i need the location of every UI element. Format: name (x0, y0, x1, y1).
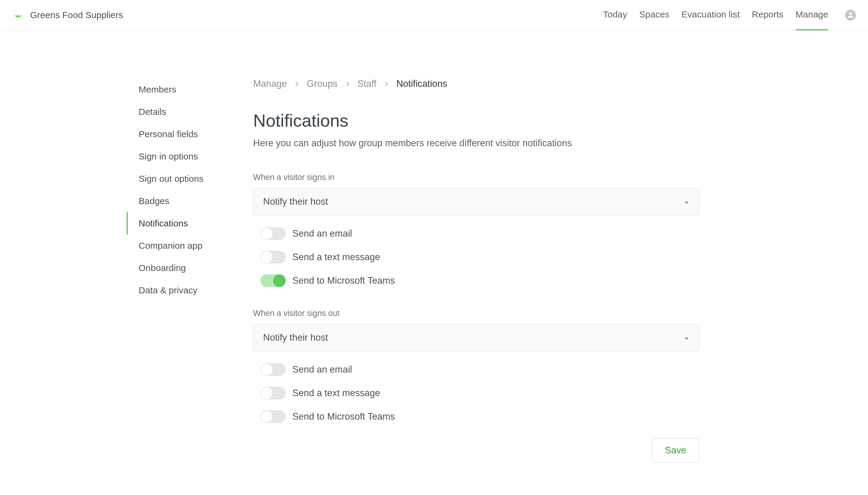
sidebar-item-details[interactable]: Details (126, 101, 235, 123)
nav-manage[interactable]: Manage (796, 0, 828, 31)
save-button[interactable]: Save (652, 438, 699, 463)
avatar[interactable] (845, 10, 856, 20)
svg-point-0 (849, 12, 852, 15)
nav-reports[interactable]: Reports (752, 0, 784, 31)
chevron-right-icon (294, 81, 299, 86)
nav-today[interactable]: Today (603, 0, 627, 31)
breadcrumb: Manage Groups Staff Notifications (253, 79, 699, 89)
crumb-staff[interactable]: Staff (358, 79, 377, 89)
toggle-sign-out-teams[interactable] (260, 410, 286, 423)
caret-down-icon (684, 333, 689, 342)
crumb-groups[interactable]: Groups (307, 79, 337, 89)
sidebar-item-onboarding[interactable]: Onboarding (126, 257, 235, 279)
main: Members Details Personal fields Sign in … (0, 30, 868, 463)
sidebar-item-members[interactable]: Members (126, 79, 235, 101)
logo-icon (12, 11, 24, 20)
toggle-row-sign-out-text: Send a text message (253, 387, 699, 399)
toggle-row-sign-in-email: Send an email (253, 227, 699, 240)
save-row: Save (253, 438, 699, 463)
crumb-manage[interactable]: Manage (253, 79, 287, 89)
nav-evacuation[interactable]: Evacuation list (681, 0, 740, 31)
sidebar-item-sign-out-options[interactable]: Sign out options (126, 168, 235, 190)
company-name: Greens Food Suppliers (30, 10, 123, 20)
select-value: Notify their host (263, 196, 328, 207)
select-sign-out-notify[interactable]: Notify their host (253, 324, 699, 351)
caret-down-icon (684, 197, 689, 206)
toggle-row-sign-out-teams: Send to Microsoft Teams (253, 410, 699, 423)
sidebar-item-companion-app[interactable]: Companion app (126, 235, 235, 257)
toggle-sign-in-email[interactable] (260, 227, 286, 240)
crumb-notifications: Notifications (396, 79, 447, 89)
select-value: Notify their host (263, 332, 328, 343)
section-label-sign-in: When a visitor signs in (253, 173, 699, 182)
toggle-label: Send an email (292, 364, 352, 375)
sidebar-item-personal-fields[interactable]: Personal fields (126, 123, 235, 145)
chevron-right-icon (345, 81, 350, 86)
toggle-sign-out-email[interactable] (260, 363, 286, 376)
toggle-row-sign-out-email: Send an email (253, 363, 699, 376)
toggle-label: Send a text message (292, 252, 380, 262)
toggle-label: Send to Microsoft Teams (292, 275, 395, 286)
content: Manage Groups Staff Notifications Notifi… (253, 79, 723, 463)
sidebar-item-data-privacy[interactable]: Data & privacy (126, 279, 235, 302)
select-sign-in-notify[interactable]: Notify their host (253, 188, 699, 215)
sidebar-item-notifications[interactable]: Notifications (126, 212, 235, 235)
sidebar-item-sign-in-options[interactable]: Sign in options (126, 145, 235, 168)
nav: Today Spaces Evacuation list Reports Man… (603, 0, 856, 31)
page-title: Notifications (253, 110, 699, 131)
chevron-right-icon (384, 81, 389, 86)
toggle-label: Send a text message (292, 388, 380, 398)
toggle-label: Send an email (292, 228, 352, 239)
toggle-sign-out-text[interactable] (260, 387, 286, 399)
page-subtitle: Here you can adjust how group members re… (253, 138, 699, 149)
toggle-sign-in-teams[interactable] (260, 274, 286, 287)
sidebar-item-badges[interactable]: Badges (126, 190, 235, 212)
toggle-sign-in-text[interactable] (260, 251, 286, 263)
toggle-label: Send to Microsoft Teams (292, 411, 395, 422)
logo-wrap: Greens Food Suppliers (12, 10, 123, 20)
section-label-sign-out: When a visitor signs out (253, 309, 699, 318)
nav-spaces[interactable]: Spaces (639, 0, 670, 31)
toggle-row-sign-in-text: Send a text message (253, 251, 699, 263)
header: Greens Food Suppliers Today Spaces Evacu… (0, 0, 868, 30)
sidebar: Members Details Personal fields Sign in … (126, 79, 253, 463)
toggle-row-sign-in-teams: Send to Microsoft Teams (253, 274, 699, 287)
